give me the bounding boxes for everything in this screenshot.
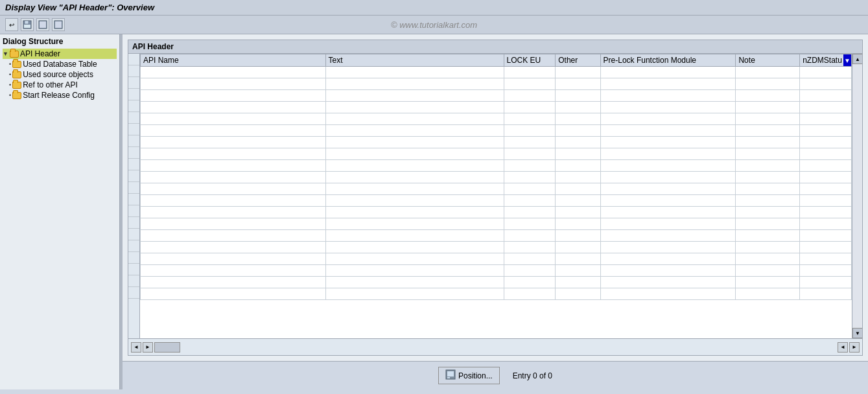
svg-rect-11 [447, 377, 450, 378]
table-row[interactable] [141, 113, 852, 125]
folder-icon-start-release-config [12, 92, 21, 99]
table-row[interactable] [141, 253, 852, 265]
tree-label-ref-to-other-api: Ref to other API [23, 80, 78, 89]
title-bar: Display View "API Header": Overview [0, 0, 868, 16]
table-row[interactable] [141, 288, 852, 300]
leaf-marker-4: • [9, 92, 11, 98]
svg-rect-10 [447, 371, 454, 377]
grid-scroll-container: // Will be populated by the main script [128, 54, 862, 338]
table-row[interactable] [141, 148, 852, 160]
tree-item-start-release-config[interactable]: • Start Release Config [9, 90, 117, 100]
table-row[interactable] [141, 242, 852, 253]
position-button[interactable]: Position... [438, 367, 500, 384]
row-num-7 [128, 135, 139, 147]
folder-icon-used-db-table [12, 61, 21, 68]
grid-tbody [141, 67, 852, 300]
folder-icon-used-source-objects [12, 71, 21, 78]
row-num-13 [128, 205, 139, 217]
table-row[interactable] [141, 277, 852, 288]
col-header-lock-eu[interactable]: LOCK EU [504, 54, 556, 67]
table-row[interactable] [141, 207, 852, 218]
position-btn-icon [445, 369, 456, 382]
scroll-track[interactable] [852, 64, 862, 328]
tree-item-ref-to-other-api[interactable]: • Ref to other API [9, 80, 117, 90]
col-header-pre-lock[interactable]: Pre-Lock Funtction Module [600, 54, 736, 67]
table-row[interactable] [141, 160, 852, 172]
row-num-4 [128, 100, 139, 112]
row-num-19 [128, 275, 139, 287]
table-row[interactable] [141, 67, 852, 78]
grid-table: API Name Text LOCK EU Other Pre-Lock Fun… [140, 54, 852, 300]
save-button[interactable] [21, 18, 34, 31]
grid-container: API Header // Will be populated by the m… [128, 40, 863, 356]
tree-label-api-header: API Header [20, 49, 60, 58]
tree-item-used-database-table[interactable]: • Used Database Table [9, 59, 117, 69]
nav-left-start-button[interactable]: ◄ [131, 342, 141, 353]
tree-label-start-release-config: Start Release Config [23, 91, 95, 100]
tree-item-used-source-objects[interactable]: • Used source objects [9, 69, 117, 80]
row-num-17 [128, 252, 139, 264]
table-row[interactable] [141, 218, 852, 230]
tree-item-api-header[interactable]: ▼ API Header [3, 49, 117, 59]
col-header-text[interactable]: Text [325, 54, 504, 67]
grid-header-row: API Name Text LOCK EU Other Pre-Lock Fun… [141, 54, 852, 67]
grid-title: API Header [128, 40, 862, 54]
tree-label-used-database-table: Used Database Table [23, 60, 97, 69]
svg-rect-1 [25, 21, 29, 24]
folder-icon-ref-to-other-api [12, 82, 21, 89]
grid-table-wrapper[interactable]: API Name Text LOCK EU Other Pre-Lock Fun… [140, 54, 852, 338]
dialog-structure: Dialog Structure ▼ API Header • Used Dat… [0, 34, 120, 389]
table-row[interactable] [141, 230, 852, 242]
table-row[interactable] [141, 102, 852, 113]
horiz-scroll-right: ◄ ► [838, 342, 860, 353]
nav-button-2[interactable] [52, 18, 65, 31]
table-row[interactable] [141, 183, 852, 195]
col-header-api-name[interactable]: API Name [141, 54, 326, 67]
table-row[interactable] [141, 125, 852, 137]
row-num-1 [128, 65, 139, 77]
leaf-marker-3: • [9, 82, 11, 88]
scroll-right-button[interactable]: ► [849, 342, 860, 353]
watermark: © www.tutorialkart.com [391, 20, 477, 30]
row-num-6 [128, 124, 139, 135]
col-header-nzdm-status[interactable]: nZDMStatu ▼ [800, 54, 852, 67]
table-row[interactable] [141, 90, 852, 102]
nav-right-button[interactable]: ► [143, 342, 153, 353]
row-num-11 [128, 182, 139, 194]
col-header-other[interactable]: Other [556, 54, 600, 67]
back-button[interactable]: ↩ [5, 18, 18, 31]
scroll-down-button[interactable]: ▼ [852, 328, 862, 338]
table-row[interactable] [141, 195, 852, 207]
nav-button-1[interactable] [36, 18, 49, 31]
svg-text:▼: ▼ [844, 57, 850, 64]
row-num-15 [128, 229, 139, 240]
row-num-18 [128, 264, 139, 275]
row-num-9 [128, 159, 139, 170]
leaf-marker-2: • [9, 71, 11, 78]
position-btn-label: Position... [458, 371, 493, 380]
scroll-up-button[interactable]: ▲ [852, 54, 862, 64]
right-content: API Header // Will be populated by the m… [123, 34, 868, 389]
expand-arrow: ▼ [3, 51, 8, 57]
table-row[interactable] [141, 137, 852, 148]
svg-rect-4 [40, 21, 46, 28]
grid-bottom-nav: ◄ ► ◄ ► [128, 338, 862, 355]
row-num-5 [128, 112, 139, 124]
horizontal-scroll-thumb[interactable] [154, 342, 180, 353]
main-content: Dialog Structure ▼ API Header • Used Dat… [0, 34, 868, 389]
table-row[interactable] [141, 78, 852, 90]
table-row[interactable] [141, 265, 852, 277]
folder-icon-api-header [10, 51, 19, 58]
table-row[interactable] [141, 172, 852, 183]
toolbar: ↩ © www.tutorialkart.com [0, 16, 868, 34]
row-num-20 [128, 287, 139, 299]
svg-rect-2 [24, 25, 30, 28]
entry-count: Entry 0 of 0 [513, 371, 552, 380]
row-num-10 [128, 170, 139, 182]
scroll-left-button[interactable]: ◄ [838, 342, 848, 353]
row-num-12 [128, 194, 139, 205]
leaf-marker-1: • [9, 61, 11, 67]
vertical-scrollbar[interactable]: ▲ ▼ [852, 54, 862, 338]
footer: Position... Entry 0 of 0 [123, 361, 868, 389]
col-header-note[interactable]: Note [736, 54, 800, 67]
